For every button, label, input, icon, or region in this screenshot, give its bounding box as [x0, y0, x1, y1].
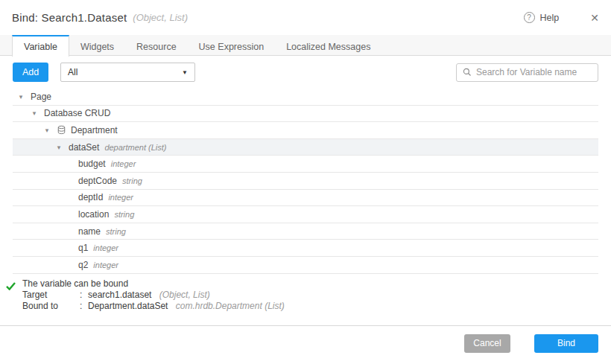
tree-row-q1[interactable]: q1 integer	[13, 240, 598, 257]
status-target-value: search1.dataset	[88, 290, 151, 300]
tree-row-type: integer	[108, 193, 133, 202]
help-label: Help	[540, 13, 560, 23]
tree-row-type: string	[122, 176, 142, 185]
tab-localized-messages[interactable]: Localized Messages	[275, 35, 382, 55]
tree-row-database-crud[interactable]: ▾ Database CRUD	[13, 106, 598, 123]
status-boundto-label: Bound to	[22, 301, 80, 312]
tree-row-label: dataSet	[69, 142, 99, 153]
tree-row-type: integer	[111, 159, 136, 168]
dialog-title: Bind: Search1.Dataset	[12, 11, 127, 24]
dialog-header: Bind: Search1.Dataset (Object, List) ? H…	[0, 0, 611, 35]
tab-resource[interactable]: Resource	[125, 35, 188, 55]
status-boundto-value: Department.dataSet	[88, 301, 168, 311]
tree-row-label: q2	[78, 260, 88, 270]
tree-row-budget[interactable]: budget integer	[13, 156, 598, 173]
toolbar: Add All ▼	[0, 56, 611, 89]
caret-down-icon[interactable]: ▾	[16, 93, 25, 100]
bind-button[interactable]: Bind	[534, 334, 598, 353]
help-button[interactable]: ? Help	[524, 12, 560, 23]
check-icon	[6, 282, 16, 290]
tree-row-label: location	[78, 209, 109, 220]
add-button[interactable]: Add	[13, 63, 48, 82]
variable-filter-select[interactable]: All ▼	[60, 63, 195, 82]
tree-row-q2[interactable]: q2 integer	[13, 257, 598, 274]
status-target-label: Target	[22, 290, 80, 301]
status-message: The variable can be bound	[22, 278, 285, 290]
tree-row-type: integer	[93, 261, 118, 269]
status-boundto-type: com.hrdb.Department (List)	[176, 301, 285, 311]
tree-row-department[interactable]: ▾ Department	[13, 122, 598, 139]
tree-row-label: budget	[78, 159, 106, 169]
caret-down-icon[interactable]: ▾	[30, 109, 39, 117]
tree-row-label: deptCode	[78, 176, 117, 186]
tree-row-location[interactable]: location string	[13, 206, 598, 223]
status-target-type: (Object, List)	[159, 290, 210, 300]
tree-row-label: Database CRUD	[44, 108, 110, 118]
status-colon: :	[80, 290, 88, 301]
dialog-title-type: (Object, List)	[133, 12, 188, 23]
tree-row-type: string	[114, 210, 134, 219]
tree-row-type: integer	[93, 243, 118, 252]
tree-row-deptcode[interactable]: deptCode string	[13, 173, 598, 190]
tree-row-label: deptId	[78, 192, 103, 202]
tree-row-deptid[interactable]: deptId integer	[13, 190, 598, 207]
footer: Cancel Bind	[0, 326, 611, 353]
close-icon[interactable]: ✕	[590, 12, 599, 24]
tree-row-dataset-selected[interactable]: ▾ dataSet department (List)	[13, 139, 598, 156]
tab-variable[interactable]: Variable	[12, 35, 69, 57]
tree-row-label: Page	[31, 92, 51, 102]
caret-down-icon[interactable]: ▾	[42, 127, 51, 134]
caret-down-icon[interactable]: ▾	[54, 144, 63, 151]
bind-status: The variable can be bound Target : searc…	[6, 278, 611, 312]
chevron-down-icon: ▼	[182, 69, 188, 76]
tree-row-type: department (List)	[104, 143, 166, 152]
search-box[interactable]	[456, 63, 598, 82]
tree-row-label: name	[78, 226, 101, 237]
database-icon	[57, 125, 66, 135]
tab-bar: Variable Widgets Resource Use Expression…	[0, 35, 611, 56]
search-input[interactable]	[476, 67, 592, 77]
search-icon	[463, 68, 472, 77]
tree-row-name[interactable]: name string	[13, 223, 598, 240]
tree-row-label: Department	[71, 125, 118, 135]
tab-use-expression[interactable]: Use Expression	[188, 35, 276, 55]
status-colon: :	[80, 301, 88, 312]
tab-widgets[interactable]: Widgets	[69, 35, 125, 55]
tree-row-type: string	[106, 227, 126, 236]
cancel-button[interactable]: Cancel	[464, 334, 510, 353]
tree-row-page[interactable]: ▾ Page	[13, 89, 598, 106]
help-icon: ?	[524, 12, 535, 23]
variable-tree: ▾ Page ▾ Database CRUD ▾ Department ▾ da…	[13, 89, 598, 274]
tree-row-label: q1	[78, 243, 88, 253]
filter-selected-value: All	[68, 67, 77, 77]
